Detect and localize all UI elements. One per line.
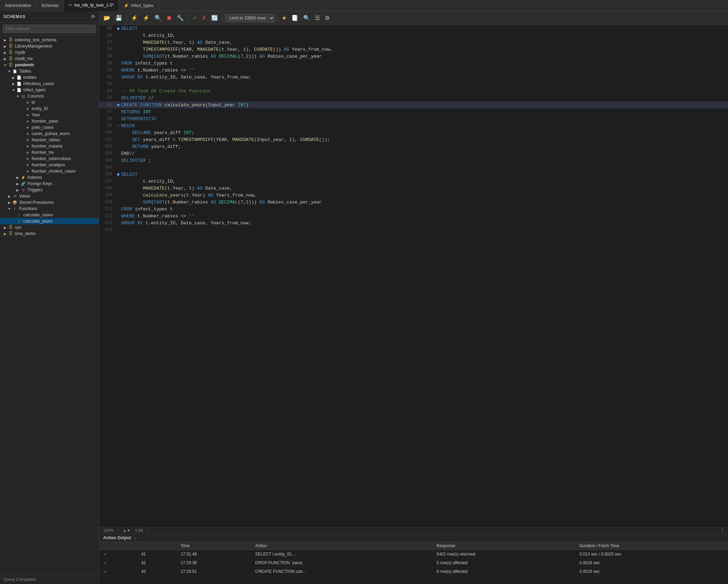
tab-hw-rdb[interactable]: ✏ hw_rdb_fp_task_1-5* [64, 0, 119, 11]
line-text[interactable]: CREATE FUNCTION calculate_years(Input_ye… [120, 102, 728, 108]
snippets-button[interactable]: 📑 [290, 14, 300, 22]
sidebar-item-indexes[interactable]: ▶ ⚡ Indexes [0, 174, 99, 181]
stop-button[interactable]: ⏹ [165, 14, 174, 22]
sql-editor[interactable]: 85SELECT86 t.entity_ID,87 MAKEDATE(t.Yea… [99, 25, 728, 527]
editor-line: 93 [99, 81, 728, 87]
sidebar-item-stored-procedures[interactable]: ▶ 📦 Stored Procedures [0, 199, 99, 206]
sidebar-item-col-number-smallpox[interactable]: ◆ Number_smallpox [0, 162, 99, 168]
line-text[interactable]: RETURNS INT [120, 109, 728, 115]
sidebar-item-sys[interactable]: ▶ 🗄 sys [0, 224, 99, 231]
limit-select[interactable]: Limit to 10000 rows Limit to 1000 rows D… [225, 14, 275, 22]
output-row[interactable]: ✓ 41 17:31:48 SELECT t.entity_ID,... 540… [99, 550, 728, 559]
sidebar-item-infectious-cases[interactable]: ▶ 📄 infectious_cases [0, 81, 99, 87]
sidebar-item-col-entity-id[interactable]: ◆ entity_ID [0, 106, 99, 112]
sidebar-item-time-demo[interactable]: ▶ 🗄 time_demo [0, 231, 99, 237]
line-text[interactable]: GROUP BY t.entity_ID, Date_case, Years_f… [120, 220, 728, 226]
view-button[interactable]: ☰ [313, 14, 322, 22]
sidebar-item-col-year[interactable]: ◆ Year [0, 112, 99, 118]
arrow-icon: ▼ [15, 94, 20, 98]
line-text[interactable]: SET years_diff = TIMESTAMPDIFF(YEAR, MAK… [120, 137, 728, 143]
table-icon: 📄 [16, 88, 22, 92]
format-button[interactable]: 🔧 [175, 14, 185, 22]
save-button[interactable]: 💾 [114, 14, 124, 22]
line-text[interactable]: DECLARE years_diff INT; [120, 130, 728, 136]
row-response: 5402 row(s) returned [432, 550, 575, 559]
line-text[interactable]: BEGIN [120, 123, 728, 129]
line-text[interactable]: calculate_years(t.Year) AS Years_from_no… [120, 192, 728, 198]
sidebar-item-col-number-yaws[interactable]: ◆ Number_yaws [0, 118, 99, 124]
line-text[interactable]: DETERMINISTIC [120, 116, 728, 122]
line-text[interactable]: MAKEDATE(t.Year, 1) AS Date_case, [120, 185, 728, 191]
line-text[interactable] [120, 230, 728, 230]
line-text[interactable]: SELECT [120, 172, 728, 177]
tab-schemas[interactable]: Schemas [36, 0, 64, 11]
line-text[interactable]: TIMESTAMPDIFF(YEAR, MAKEDATE(t.Year, 1),… [120, 47, 728, 52]
sidebar-item-mydb-hw[interactable]: ▶ 🗄 mydb_hw [0, 56, 99, 62]
tab-administration[interactable]: Administration [0, 0, 36, 11]
line-text[interactable]: t.entity_ID, [120, 33, 728, 39]
line-text[interactable] [120, 167, 728, 168]
commit-button[interactable]: ✓ [191, 14, 199, 22]
sidebar-item-foreign-keys[interactable]: ▶ 🔗 Foreign Keys [0, 181, 99, 187]
line-text[interactable]: FROM infect_types t [120, 60, 728, 66]
line-text[interactable]: FROM infect_types t [120, 206, 728, 212]
col-icon: ◆ [24, 144, 31, 148]
zoom-level: 100% [103, 528, 114, 533]
line-text[interactable]: SELECT [120, 26, 728, 32]
sidebar-item-col-cases-guinea-worm[interactable]: ◆ cases_guinea_worm [0, 131, 99, 137]
sidebar-item-views[interactable]: ▶ 👁 Views [0, 193, 99, 199]
item-label: id [32, 100, 35, 105]
sidebar-item-col-number-hiv[interactable]: ◆ Number_hiv [0, 149, 99, 156]
bookmark-button[interactable]: ★ [280, 14, 288, 22]
line-text[interactable] [120, 84, 728, 84]
sidebar-item-indexing-test-schema[interactable]: ▶ 🗄 indexing_test_schema [0, 37, 99, 43]
line-text[interactable]: MAKEDATE(t.Year, 1) AS Date_case, [120, 40, 728, 45]
sidebar-item-columns[interactable]: ▼ ▤ Columns [0, 93, 99, 99]
line-text[interactable]: SUM(CAST(t.Number_rabies AS DECIMAL(7,2)… [120, 199, 728, 205]
sidebar-item-entities[interactable]: ▶ 📄 entities [0, 74, 99, 81]
sidebar-item-functions[interactable]: ▼ ƒ Functions [0, 206, 99, 212]
sidebar-item-col-number-malaria[interactable]: ◆ Number_malaria [0, 143, 99, 149]
sidebar-item-library-management[interactable]: ▶ 🗄 LibraryManagement [0, 43, 99, 49]
line-text[interactable]: t.entity_ID, [120, 178, 728, 184]
sidebar-item-col-polio-cases[interactable]: ◆ polio_cases [0, 124, 99, 131]
line-text[interactable]: GROUP BY t.entity_ID, Date_case, Years_f… [120, 74, 728, 80]
sidebar-item-col-number-cholera-cases[interactable]: ◆ Number_cholera_cases [0, 168, 99, 174]
find-button[interactable]: 🔍 [301, 14, 312, 22]
rollback-button[interactable]: ✗ [200, 14, 208, 22]
sidebar-item-tables[interactable]: ▼ 📋 Tables [0, 68, 99, 74]
tab-schemas-label: Schemas [41, 3, 59, 8]
sidebar-item-mydb[interactable]: ▶ 🗄 mydb [0, 49, 99, 56]
sidebar-item-triggers[interactable]: ▶ ⚙ Triggers [0, 187, 99, 193]
sidebar-item-calculate-cases[interactable]: ƒ calculate_cases [0, 212, 99, 218]
line-text[interactable]: WHERE t.Number_rabies <> '' [120, 213, 728, 219]
expand-icon[interactable]: ⌄ [134, 535, 137, 540]
sidebar-refresh-button[interactable]: ⟳ [91, 14, 95, 19]
sidebar-item-col-id[interactable]: ◆ id [0, 99, 99, 106]
line-text[interactable]: DELIMITER // [120, 95, 728, 101]
line-text[interactable]: END// [120, 151, 728, 157]
output-row[interactable]: ✓ 42 17:33:38 DROP FUNCTION `pand... 0 r… [99, 559, 728, 567]
sidebar-item-col-number-rabies[interactable]: ◆ Number_rabies [0, 137, 99, 143]
open-button[interactable]: 📂 [102, 14, 112, 22]
execute-button[interactable]: ⚡ [129, 14, 140, 22]
col-icon: ◆ [24, 163, 31, 167]
line-text[interactable]: -- FP Task 05 Create the function [120, 88, 728, 94]
filter-input[interactable] [3, 25, 96, 33]
explain-button[interactable]: 🔍 [153, 14, 163, 22]
line-text[interactable]: SUM(CAST(t.Number_rabies AS DECIMAL(7,2)… [120, 53, 728, 59]
toggle-button[interactable]: 🔄 [209, 14, 220, 22]
sidebar-item-infect-types[interactable]: ▼ 📄 infect_types [0, 87, 99, 93]
sidebar-item-pandemic[interactable]: ▼ 🗄 pandemic [0, 62, 99, 68]
footer-divider2 [147, 528, 148, 533]
sidebar-item-calculate-years[interactable]: ƒ calculate_years [0, 218, 99, 224]
sidebar-item-col-number-tuberculosis[interactable]: ◆ Number_tuberculosis [0, 156, 99, 162]
tab-infect-types[interactable]: ⚡ infect_types [119, 0, 158, 11]
settings-button[interactable]: ⚙ [323, 14, 331, 22]
line-text[interactable]: DELIMITER ; [120, 158, 728, 164]
line-text[interactable]: RETURN years_diff; [120, 144, 728, 150]
execute-selection-button[interactable]: ⚡ [141, 14, 151, 22]
output-row[interactable]: ✓ 43 17:33:51 CREATE FUNCTION calc... 0 … [99, 567, 728, 576]
arrow-icon: ▶ [15, 188, 20, 192]
line-text[interactable]: WHERE t.Number_rabies <> '' [120, 67, 728, 73]
